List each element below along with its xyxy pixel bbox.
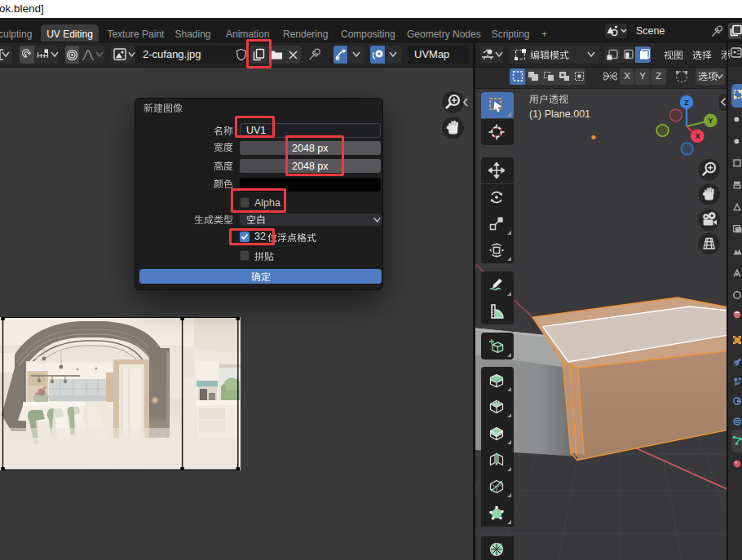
svg-text:Y: Y: [708, 116, 713, 125]
svg-text:Z: Z: [684, 98, 689, 107]
svg-text:X: X: [695, 131, 700, 140]
